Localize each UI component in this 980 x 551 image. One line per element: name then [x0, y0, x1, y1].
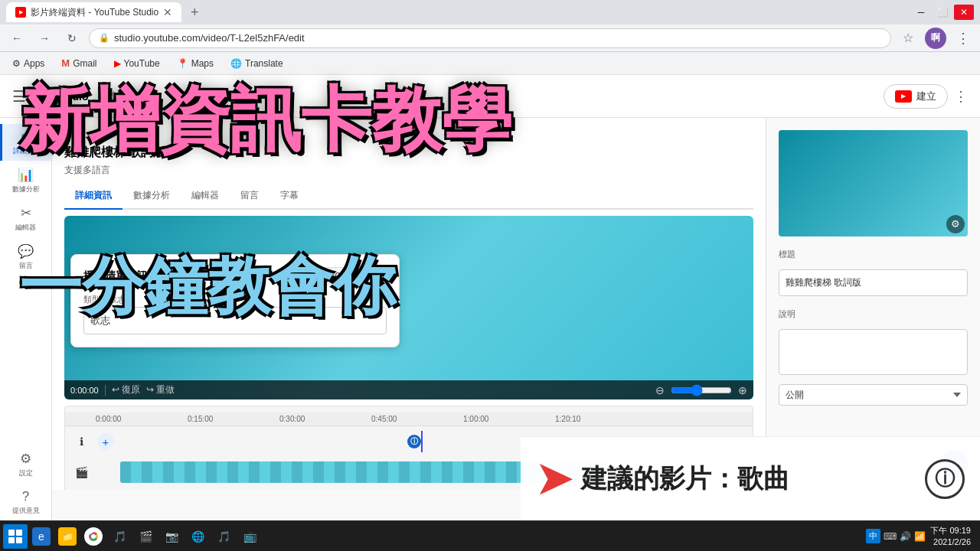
translate-label: Translate	[245, 58, 283, 69]
sidebar-item-settings[interactable]: ⚙ 設定	[0, 446, 51, 483]
title-bar: 影片終端資料 - YouTube Studio ✕ + ─ ⬜ ✕	[0, 0, 980, 24]
visibility-select[interactable]: 公開 不公開 私人	[779, 384, 968, 406]
bookmark-gmail[interactable]: M Gmail	[55, 56, 103, 70]
info-card-marker[interactable]: ⓘ	[407, 435, 421, 448]
tab-editor[interactable]: 編輯器	[181, 183, 230, 210]
redo-button[interactable]: ↪ 重做	[146, 383, 175, 396]
create-icon	[895, 90, 912, 103]
new-tab-button[interactable]: +	[185, 2, 204, 22]
url-bar[interactable]: 🔒 studio.youtube.com/video/T-L2el5zhFA/e…	[89, 28, 891, 48]
panel-title: 播放清單資訊卡	[83, 269, 300, 283]
taskbar-time: 下午 09:19 2021/2/26	[930, 525, 971, 547]
ruler-mark-2: 0:30:00	[279, 415, 305, 423]
taskbar-item9[interactable]: 📺	[237, 524, 262, 549]
tab-comments[interactable]: 留言	[230, 183, 270, 210]
browser-tab[interactable]: 影片終端資料 - YouTube Studio ✕	[6, 2, 181, 22]
back-button[interactable]: ←	[6, 28, 28, 49]
feedback-icon: ?	[22, 489, 29, 504]
taskbar-icon5: 🎬	[136, 527, 155, 546]
right-panel-title-input[interactable]: 雞雞爬樓梯 歌詞版	[779, 269, 968, 296]
gmail-icon: M	[61, 57, 70, 69]
comments-label: 留言	[19, 261, 33, 271]
tab-analytics[interactable]: 數據分析	[122, 183, 181, 210]
studio-more-button[interactable]: ⋮	[954, 88, 968, 105]
tab-close-button[interactable]: ✕	[163, 6, 172, 18]
zoom-in-button[interactable]: ⊕	[738, 384, 747, 396]
taskbar-chrome[interactable]	[81, 524, 106, 549]
left-sidebar: ✏ 詳細資訊 📊 數據分析 ✂ 編輯器 💬 留言 ⚙ 設定 ? 提供意見	[0, 118, 52, 520]
taskbar-lang[interactable]: 中	[866, 529, 880, 543]
forward-button[interactable]: →	[34, 28, 55, 49]
add-info-card-button[interactable]: +	[97, 433, 114, 450]
bookmark-translate[interactable]: 🌐 Translate	[224, 57, 289, 70]
hamburger-icon[interactable]: ☰	[12, 87, 26, 106]
video-settings-button[interactable]: ⚙	[946, 215, 965, 233]
sidebar-item-details[interactable]: ✏ 詳細資訊	[0, 124, 51, 161]
comments-icon: 💬	[18, 243, 34, 259]
maximize-button[interactable]: ⬜	[933, 5, 952, 20]
create-label: 建立	[916, 90, 936, 103]
profile-avatar[interactable]: 啊	[925, 28, 946, 49]
panel-time: 0:19:09	[306, 267, 353, 285]
zoom-out-button[interactable]: ⊖	[655, 384, 665, 396]
panel-chevron-button[interactable]: ∧	[359, 269, 368, 283]
sidebar-item-editor[interactable]: ✂ 編輯器	[0, 201, 51, 237]
info-track-icon: ℹ	[71, 432, 91, 452]
bookmark-button[interactable]: ☆	[897, 28, 919, 49]
taskbar-item7[interactable]: 🌐	[185, 524, 210, 549]
taskbar-icon4: 🎵	[110, 527, 129, 546]
ruler-mark-4: 1:00:00	[463, 415, 488, 423]
video-subtitle: 支援多語言	[64, 164, 753, 177]
taskbar-explorer[interactable]: 📁	[55, 524, 80, 549]
studio-channel-name: 雞雞爬樓梯	[98, 90, 144, 103]
window-controls: ─ ⬜ ✕	[911, 5, 974, 20]
minimize-button[interactable]: ─	[911, 5, 931, 20]
zoom-slider[interactable]	[671, 384, 732, 396]
tab-subtitles[interactable]: 字幕	[270, 183, 309, 210]
panel-header: 播放清單資訊卡 0:19:09 ∧ 🗑	[83, 267, 387, 285]
studio-logo: Studio	[35, 90, 89, 103]
tab-details[interactable]: 詳細資訊	[64, 183, 122, 210]
video-controls: 0:00:00 ↩ 復原 ↪ 重做 ⊖ ⊕	[64, 380, 753, 399]
recommended-bar-text: 建議的影片：歌曲	[581, 461, 789, 497]
bookmark-youtube[interactable]: ▶ YouTube	[108, 57, 166, 70]
timeline-ruler: 0:00:00 0:15:00 0:30:00 0:45:00 1:00:00 …	[65, 412, 753, 426]
bookmark-apps[interactable]: ⚙ Apps	[6, 57, 51, 70]
close-button[interactable]: ✕	[954, 5, 974, 20]
panel-field-input[interactable]: 歌志	[83, 307, 387, 334]
ruler-mark-1: 0:15:00	[188, 415, 213, 423]
right-panel-desc-input[interactable]	[779, 329, 968, 375]
create-button[interactable]: 建立	[884, 84, 948, 109]
floating-panel: 播放清單資訊卡 0:19:09 ∧ 🗑 類型：歌志 歌志	[70, 254, 400, 347]
panel-delete-button[interactable]: 🗑	[374, 269, 387, 283]
start-button[interactable]	[3, 524, 28, 549]
taskbar-item8[interactable]: 🎵	[211, 524, 236, 549]
network-icon: 📶	[914, 531, 926, 542]
sidebar-item-comments[interactable]: 💬 留言	[0, 239, 51, 276]
undo-button[interactable]: ↩ 復原	[112, 383, 140, 396]
taskbar-icon9: 📺	[240, 527, 259, 546]
taskbar-system-icons: 中 ⌨ 🔊 📶	[866, 529, 926, 543]
apps-label: Apps	[24, 58, 44, 69]
refresh-button[interactable]: ↻	[61, 28, 83, 49]
recommended-info-icon[interactable]: ⓘ	[925, 459, 965, 499]
right-video-preview: ⚙	[779, 130, 968, 236]
recommended-bar: ➤ 建議的影片：歌曲 ⓘ	[521, 436, 980, 520]
svg-point-1	[91, 534, 96, 539]
browser-more-button[interactable]: ⋮	[952, 28, 974, 49]
youtube-logo-icon	[35, 90, 52, 103]
taskbar-item6[interactable]: 📷	[159, 524, 184, 549]
bookmark-maps[interactable]: 📍 Maps	[171, 57, 220, 70]
keyboard-icon: ⌨	[884, 531, 897, 542]
settings-label: 設定	[19, 468, 33, 478]
ruler-mark-0: 0:00:00	[96, 415, 121, 423]
taskbar-item5[interactable]: 🎬	[133, 524, 158, 549]
sidebar-item-analytics[interactable]: 📊 數據分析	[0, 162, 51, 199]
taskbar-icon6: 📷	[162, 527, 181, 546]
sidebar-item-feedback[interactable]: ? 提供意見	[0, 484, 51, 520]
taskbar-item4[interactable]: 🎵	[107, 524, 132, 549]
settings-icon: ⚙	[20, 451, 31, 467]
taskbar-ie[interactable]: e	[29, 524, 54, 549]
arrow-icon: ➤	[536, 458, 572, 500]
back-button[interactable]: ←	[64, 127, 753, 139]
